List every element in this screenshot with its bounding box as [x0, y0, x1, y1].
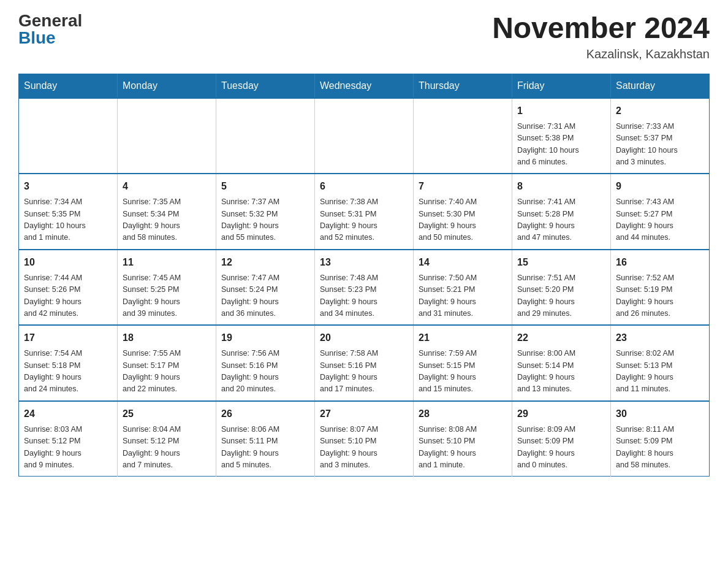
day-info: Sunrise: 7:52 AM Sunset: 5:19 PM Dayligh… — [616, 272, 704, 320]
day-number: 5 — [221, 179, 309, 194]
day-number: 14 — [419, 255, 507, 270]
calendar-cell: 21Sunrise: 7:59 AM Sunset: 5:15 PM Dayli… — [414, 325, 512, 401]
day-number: 20 — [320, 331, 408, 345]
day-info: Sunrise: 8:07 AM Sunset: 5:10 PM Dayligh… — [320, 424, 408, 472]
day-number: 7 — [419, 179, 507, 194]
day-info: Sunrise: 7:51 AM Sunset: 5:20 PM Dayligh… — [517, 272, 605, 320]
calendar-cell: 22Sunrise: 8:00 AM Sunset: 5:14 PM Dayli… — [512, 325, 611, 401]
calendar-cell: 1Sunrise: 7:31 AM Sunset: 5:38 PM Daylig… — [512, 98, 611, 174]
location-label: Kazalinsk, Kazakhstan — [492, 47, 710, 61]
day-number: 22 — [517, 331, 605, 345]
day-number: 11 — [123, 255, 211, 270]
calendar-cell: 14Sunrise: 7:50 AM Sunset: 5:21 PM Dayli… — [414, 250, 512, 326]
day-number: 18 — [123, 331, 211, 345]
calendar-cell: 28Sunrise: 8:08 AM Sunset: 5:10 PM Dayli… — [414, 401, 512, 477]
day-number: 6 — [320, 179, 408, 194]
logo-blue-text: Blue — [18, 29, 56, 47]
calendar-cell: 16Sunrise: 7:52 AM Sunset: 5:19 PM Dayli… — [611, 250, 710, 326]
logo-general-text: General — [18, 12, 82, 29]
day-number: 21 — [419, 331, 507, 345]
calendar-week-row: 17Sunrise: 7:54 AM Sunset: 5:18 PM Dayli… — [19, 325, 710, 401]
day-number: 13 — [320, 255, 408, 270]
weekday-header-tuesday: Tuesday — [216, 74, 315, 98]
month-title: November 2024 — [492, 12, 710, 45]
day-info: Sunrise: 7:44 AM Sunset: 5:26 PM Dayligh… — [24, 272, 112, 320]
calendar-week-row: 3Sunrise: 7:34 AM Sunset: 5:35 PM Daylig… — [19, 174, 710, 250]
day-info: Sunrise: 8:06 AM Sunset: 5:11 PM Dayligh… — [221, 424, 309, 472]
calendar-cell — [19, 98, 118, 174]
day-info: Sunrise: 7:58 AM Sunset: 5:16 PM Dayligh… — [320, 348, 408, 396]
weekday-header-sunday: Sunday — [19, 74, 118, 98]
calendar-cell: 27Sunrise: 8:07 AM Sunset: 5:10 PM Dayli… — [315, 401, 414, 477]
day-info: Sunrise: 7:59 AM Sunset: 5:15 PM Dayligh… — [419, 348, 507, 396]
day-number: 28 — [419, 407, 507, 421]
day-number: 2 — [616, 104, 704, 118]
day-number: 30 — [616, 407, 704, 421]
day-number: 9 — [616, 179, 704, 194]
day-number: 25 — [123, 407, 211, 421]
day-number: 4 — [123, 179, 211, 194]
day-number: 17 — [24, 331, 112, 345]
day-info: Sunrise: 8:04 AM Sunset: 5:12 PM Dayligh… — [123, 424, 211, 472]
day-info: Sunrise: 8:08 AM Sunset: 5:10 PM Dayligh… — [419, 424, 507, 472]
day-info: Sunrise: 7:37 AM Sunset: 5:32 PM Dayligh… — [221, 196, 309, 244]
calendar-cell: 13Sunrise: 7:48 AM Sunset: 5:23 PM Dayli… — [315, 250, 414, 326]
calendar-cell — [118, 98, 216, 174]
day-info: Sunrise: 7:50 AM Sunset: 5:21 PM Dayligh… — [419, 272, 507, 320]
calendar-cell: 4Sunrise: 7:35 AM Sunset: 5:34 PM Daylig… — [118, 174, 216, 250]
header-title-block: November 2024 Kazalinsk, Kazakhstan — [492, 12, 710, 61]
page-header: General Blue November 2024 Kazalinsk, Ka… — [18, 12, 710, 61]
weekday-header-friday: Friday — [512, 74, 611, 98]
day-info: Sunrise: 7:40 AM Sunset: 5:30 PM Dayligh… — [419, 196, 507, 244]
day-number: 15 — [517, 255, 605, 270]
calendar-cell: 30Sunrise: 8:11 AM Sunset: 5:09 PM Dayli… — [611, 401, 710, 477]
logo: General Blue — [18, 12, 82, 47]
weekday-header-wednesday: Wednesday — [315, 74, 414, 98]
day-info: Sunrise: 7:48 AM Sunset: 5:23 PM Dayligh… — [320, 272, 408, 320]
day-info: Sunrise: 7:31 AM Sunset: 5:38 PM Dayligh… — [517, 121, 605, 169]
calendar-cell: 8Sunrise: 7:41 AM Sunset: 5:28 PM Daylig… — [512, 174, 611, 250]
calendar-body: 1Sunrise: 7:31 AM Sunset: 5:38 PM Daylig… — [19, 98, 710, 477]
day-info: Sunrise: 7:47 AM Sunset: 5:24 PM Dayligh… — [221, 272, 309, 320]
calendar-cell: 23Sunrise: 8:02 AM Sunset: 5:13 PM Dayli… — [611, 325, 710, 401]
calendar-cell: 24Sunrise: 8:03 AM Sunset: 5:12 PM Dayli… — [19, 401, 118, 477]
day-number: 12 — [221, 255, 309, 270]
day-number: 1 — [517, 104, 605, 118]
calendar-cell: 17Sunrise: 7:54 AM Sunset: 5:18 PM Dayli… — [19, 325, 118, 401]
weekday-header-saturday: Saturday — [611, 74, 710, 98]
day-info: Sunrise: 7:33 AM Sunset: 5:37 PM Dayligh… — [616, 121, 704, 169]
day-info: Sunrise: 7:35 AM Sunset: 5:34 PM Dayligh… — [123, 196, 211, 244]
day-info: Sunrise: 7:38 AM Sunset: 5:31 PM Dayligh… — [320, 196, 408, 244]
day-info: Sunrise: 8:02 AM Sunset: 5:13 PM Dayligh… — [616, 348, 704, 396]
day-number: 26 — [221, 407, 309, 421]
day-number: 10 — [24, 255, 112, 270]
day-number: 27 — [320, 407, 408, 421]
day-info: Sunrise: 7:34 AM Sunset: 5:35 PM Dayligh… — [24, 196, 112, 244]
day-number: 29 — [517, 407, 605, 421]
day-number: 23 — [616, 331, 704, 345]
calendar-cell: 19Sunrise: 7:56 AM Sunset: 5:16 PM Dayli… — [216, 325, 315, 401]
day-info: Sunrise: 8:11 AM Sunset: 5:09 PM Dayligh… — [616, 424, 704, 472]
day-info: Sunrise: 7:55 AM Sunset: 5:17 PM Dayligh… — [123, 348, 211, 396]
calendar-cell: 29Sunrise: 8:09 AM Sunset: 5:09 PM Dayli… — [512, 401, 611, 477]
calendar-cell: 20Sunrise: 7:58 AM Sunset: 5:16 PM Dayli… — [315, 325, 414, 401]
day-info: Sunrise: 8:03 AM Sunset: 5:12 PM Dayligh… — [24, 424, 112, 472]
calendar-table: SundayMondayTuesdayWednesdayThursdayFrid… — [18, 74, 710, 477]
calendar-week-row: 1Sunrise: 7:31 AM Sunset: 5:38 PM Daylig… — [19, 98, 710, 174]
calendar-cell — [414, 98, 512, 174]
calendar-cell: 12Sunrise: 7:47 AM Sunset: 5:24 PM Dayli… — [216, 250, 315, 326]
calendar-week-row: 24Sunrise: 8:03 AM Sunset: 5:12 PM Dayli… — [19, 401, 710, 477]
calendar-week-row: 10Sunrise: 7:44 AM Sunset: 5:26 PM Dayli… — [19, 250, 710, 326]
calendar-cell: 26Sunrise: 8:06 AM Sunset: 5:11 PM Dayli… — [216, 401, 315, 477]
calendar-cell — [315, 98, 414, 174]
day-info: Sunrise: 7:45 AM Sunset: 5:25 PM Dayligh… — [123, 272, 211, 320]
calendar-cell: 6Sunrise: 7:38 AM Sunset: 5:31 PM Daylig… — [315, 174, 414, 250]
day-info: Sunrise: 8:00 AM Sunset: 5:14 PM Dayligh… — [517, 348, 605, 396]
day-number: 3 — [24, 179, 112, 194]
day-number: 16 — [616, 255, 704, 270]
day-info: Sunrise: 7:54 AM Sunset: 5:18 PM Dayligh… — [24, 348, 112, 396]
calendar-cell: 9Sunrise: 7:43 AM Sunset: 5:27 PM Daylig… — [611, 174, 710, 250]
weekday-header-monday: Monday — [118, 74, 216, 98]
calendar-cell: 18Sunrise: 7:55 AM Sunset: 5:17 PM Dayli… — [118, 325, 216, 401]
day-number: 24 — [24, 407, 112, 421]
